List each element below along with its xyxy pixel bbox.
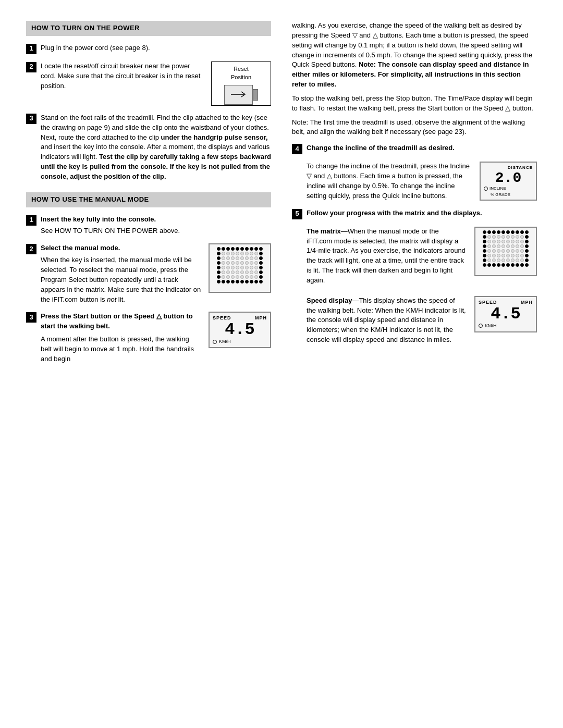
dot — [245, 252, 249, 255]
power-step1-content: Plug in the power cord (see page 8). — [41, 43, 271, 53]
dot — [520, 230, 524, 234]
step4-content: Change the incline of the treadmill as d… — [307, 143, 537, 153]
power-step1-number: 1 — [26, 44, 36, 54]
section-power: HOW TO TURN ON THE POWER 1 Plug in the p… — [26, 21, 271, 182]
dot — [506, 244, 510, 248]
dot — [226, 256, 230, 260]
manual-step2-italic: not — [107, 295, 116, 303]
matrix-r3 — [478, 240, 533, 243]
matrix-r4 — [478, 244, 533, 248]
dot — [236, 266, 239, 269]
power-step2-left: 2 Locate the reset/off circuit breaker n… — [26, 61, 204, 91]
dot — [236, 270, 239, 274]
dot — [483, 244, 486, 248]
dot — [501, 258, 505, 262]
dot — [511, 258, 515, 262]
dot — [217, 256, 221, 260]
dot — [506, 254, 510, 257]
dot — [222, 247, 225, 251]
speed-bottom-right: KM/H — [479, 323, 533, 329]
matrix-row-8 — [212, 280, 267, 283]
matrix-row-2 — [212, 252, 267, 255]
dot — [217, 275, 221, 279]
dot — [497, 258, 500, 262]
dot — [231, 256, 235, 260]
manual-step2-content: Select the manual mode. When the key is … — [41, 243, 201, 304]
dot — [217, 252, 221, 255]
section-manual-header: HOW TO USE THE MANUAL MODE — [26, 192, 271, 207]
dot — [511, 240, 515, 243]
dot — [483, 254, 486, 257]
power-step2: 2 Locate the reset/off circuit breaker n… — [26, 61, 271, 106]
step5-section: 5 Follow your progress with the matrix a… — [292, 208, 537, 349]
dot — [217, 261, 221, 265]
reset-position-label: ResetPosition — [231, 65, 251, 82]
dot — [483, 240, 486, 243]
power-step2-content: Locate the reset/off circuit breaker nea… — [41, 61, 204, 91]
speed-bottom-left: KM/H — [213, 338, 267, 345]
dot — [501, 235, 505, 239]
dot — [222, 252, 225, 255]
dot — [483, 263, 486, 267]
matrix-row-7 — [212, 275, 267, 279]
dot — [217, 270, 221, 274]
dot — [511, 249, 515, 253]
matrix-display-left — [209, 243, 271, 293]
dot — [240, 261, 244, 265]
dot — [250, 252, 253, 255]
dot — [506, 230, 510, 234]
dot — [525, 263, 529, 267]
manual-step3-number: 3 — [26, 312, 36, 323]
incline-circle-icon — [484, 187, 488, 191]
dot — [231, 280, 235, 283]
step5-speed-block: Speed display—This display shows the spe… — [292, 296, 537, 349]
dot — [250, 256, 253, 260]
manual-step2-matrix — [209, 243, 271, 293]
dot — [483, 235, 486, 239]
step5-matrix-para: The matrix—When the manual mode or the i… — [307, 227, 466, 286]
step5-speed-text: Speed display—This display shows the spe… — [307, 296, 466, 349]
step5-speed-para: Speed display—This display shows the spe… — [307, 296, 466, 345]
matrix-r8 — [478, 263, 533, 267]
dot — [511, 244, 515, 248]
dot — [520, 240, 524, 243]
dot — [259, 266, 263, 269]
step4-title: Change the incline of the treadmill as d… — [307, 144, 455, 152]
matrix-r7 — [478, 258, 533, 262]
speed-unit-right: MPH — [521, 299, 533, 306]
power-step2-image: ResetPosition — [211, 61, 271, 106]
dot — [250, 280, 253, 283]
step5-content: Follow your progress with the matrix and… — [307, 208, 537, 218]
left-column: HOW TO TURN ON THE POWER 1 Plug in the p… — [26, 21, 271, 702]
dot — [217, 247, 221, 251]
dot — [525, 235, 529, 239]
manual-step3: 3 Press the Start button or the Speed △ … — [26, 312, 271, 364]
power-step2-text: Locate the reset/off circuit breaker nea… — [41, 62, 200, 90]
manual-step1-text: See HOW TO TURN ON THE POWER above. — [41, 227, 180, 235]
dot — [506, 263, 510, 267]
step4-incline-display: DISTANCE 2.0 INCLINE % GRADE — [480, 162, 537, 201]
speed-section-label: Speed display — [307, 297, 352, 304]
matrix-label: The matrix — [307, 227, 341, 235]
power-step1: 1 Plug in the power cord (see page 8). — [26, 43, 271, 54]
matrix-row-6 — [212, 270, 267, 274]
dot — [501, 254, 505, 257]
right-intro: walking. As you exercise, change the spe… — [292, 21, 537, 137]
dot — [501, 249, 505, 253]
dot — [492, 235, 496, 239]
power-step2-number: 2 — [26, 62, 36, 72]
dot — [222, 266, 225, 269]
right-intro-p1: walking. As you exercise, change the spe… — [292, 21, 537, 90]
dot — [483, 230, 486, 234]
matrix-row-3 — [212, 256, 267, 260]
dot — [497, 230, 500, 234]
dot — [226, 266, 230, 269]
speed-value-right: 4.5 — [479, 306, 533, 323]
dot — [236, 247, 239, 251]
dot — [222, 261, 225, 265]
reset-label-text: ResetPosition — [231, 66, 251, 80]
breaker-switch — [253, 89, 258, 101]
dot — [506, 258, 510, 262]
incline-display-bottom: INCLINE — [484, 186, 533, 192]
dot — [525, 240, 529, 243]
